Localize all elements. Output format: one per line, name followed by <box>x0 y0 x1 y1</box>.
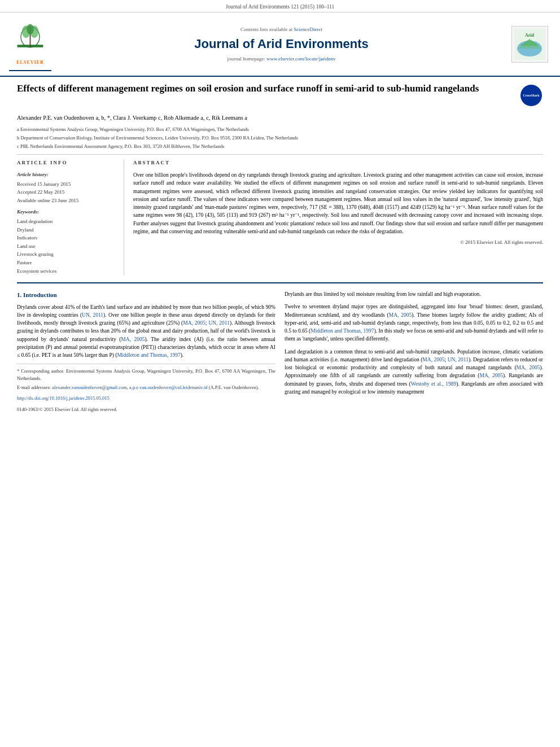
science-direct-anchor[interactable]: ScienceDirect <box>294 27 322 32</box>
body-columns: 1. Introduction Drylands cover about 41%… <box>17 290 543 418</box>
section-divider <box>17 282 543 283</box>
affiliation-c: c PBL Netherlands Environmental Assessme… <box>17 143 543 150</box>
crossmark-badge: CrossMark <box>520 85 543 106</box>
available-date: Available online 23 June 2015 <box>17 197 116 204</box>
doi-link-text: http://dx.doi.org/10.1016/j.jaridenv.201… <box>17 395 275 402</box>
affiliation-a: a Environmental Systems Analysis Group, … <box>17 126 543 133</box>
intro-heading: 1. Introduction <box>17 290 275 300</box>
journal-citation-text: Journal of Arid Environments 121 (2015) … <box>226 4 334 10</box>
elsevier-logo: ELSEVIER <box>9 17 51 71</box>
affiliations: a Environmental Systems Analysis Group, … <box>17 126 543 150</box>
keyword-2: Dryland <box>17 226 116 234</box>
article-title: Effects of different management regimes … <box>17 82 515 95</box>
footnote-section: * Corresponding author. Environmental Sy… <box>17 364 275 391</box>
issn-text: 0140-1963/© 2015 Elsevier Ltd. All right… <box>17 406 275 413</box>
authors: Alexander P.E. van Oudenhoven a, b, *, C… <box>17 114 543 123</box>
keyword-6: Pasture <box>17 259 116 267</box>
divider-line <box>17 154 543 155</box>
article-history-label: Article history: <box>17 171 116 178</box>
keyword-7: Ecosystem services <box>17 268 116 275</box>
received-date: Received 15 January 2015 <box>17 181 116 188</box>
affiliation-b: b Department of Conservation Biology, In… <box>17 134 543 142</box>
elsevier-tree-icon <box>15 21 46 53</box>
journal-center: Contents lists available at ScienceDirec… <box>57 26 506 62</box>
journal-header: ELSEVIER Contents lists available at Sci… <box>0 12 560 77</box>
article-title-section: Effects of different management regimes … <box>17 82 543 110</box>
keyword-4: Land use <box>17 243 116 250</box>
arid-logo: Arid <box>511 26 551 63</box>
email-addresses: E-mail addresses: alexander.vanoudenhove… <box>17 384 275 391</box>
keywords-list: Land degradation Dryland Indicators Land… <box>17 218 116 274</box>
journal-homepage-link[interactable]: www.elsevier.com/locate/jaridenv <box>266 56 335 62</box>
body-right-column: Drylands are thus limited by soil moistu… <box>285 290 543 418</box>
article-info-abstract: ARTICLE INFO Article history: Received 1… <box>17 159 543 276</box>
corresponding-author-note: * Corresponding author. Environmental Sy… <box>17 368 275 382</box>
elsevier-brand-text: ELSEVIER <box>16 59 43 65</box>
journal-citation: Journal of Arid Environments 121 (2015) … <box>0 0 560 12</box>
journal-homepage: journal homepage: www.elsevier.com/locat… <box>57 55 506 63</box>
keywords-section: Keywords: Land degradation Dryland Indic… <box>17 208 116 274</box>
keyword-5: Livestock grazing <box>17 251 116 258</box>
main-content: Effects of different management regimes … <box>0 77 560 423</box>
keywords-label: Keywords: <box>17 208 116 216</box>
email-link-1[interactable]: alexander.vanoudenhoven@gmail.com <box>52 385 126 390</box>
keyword-1: Land degradation <box>17 218 116 225</box>
keyword-3: Indicators <box>17 234 116 242</box>
science-direct-link: Contents lists available at ScienceDirec… <box>57 26 506 33</box>
intro-para-right-2: Twelve to seventeen dryland major types … <box>285 303 543 343</box>
body-left-column: 1. Introduction Drylands cover about 41%… <box>17 290 275 418</box>
crossmark-icon: CrossMark <box>520 85 542 106</box>
article-info-title: ARTICLE INFO <box>17 159 116 167</box>
intro-para-1: Drylands cover about 41% of the Earth's … <box>17 303 275 360</box>
intro-para-right-3: Land degradation is a common threat to s… <box>285 348 543 396</box>
copyright-notice: © 2015 Elsevier Ltd. All rights reserved… <box>133 239 543 246</box>
doi-section: http://dx.doi.org/10.1016/j.jaridenv.201… <box>17 395 275 414</box>
accepted-date: Accepted 22 May 2015 <box>17 189 116 196</box>
abstract-section: ABSTRACT Over one billion people's livel… <box>133 159 543 276</box>
arid-logo-icon: Arid <box>514 29 545 60</box>
email-link-2[interactable]: a.p.e.van.oudenhoven@cnl.leidenuniv.nl <box>129 385 208 390</box>
abstract-title: ABSTRACT <box>133 159 543 167</box>
intro-para-right-1: Drylands are thus limited by soil moistu… <box>285 290 543 298</box>
svg-text:Arid: Arid <box>525 33 535 38</box>
arid-logo-box: Arid <box>511 26 548 63</box>
doi-link[interactable]: http://dx.doi.org/10.1016/j.jaridenv.201… <box>17 395 110 401</box>
svg-point-5 <box>27 24 34 34</box>
journal-title: Journal of Arid Environments <box>57 36 506 53</box>
abstract-text: Over one billion people's livelihoods de… <box>133 171 543 235</box>
authors-text: Alexander P.E. van Oudenhoven a, b, *, C… <box>17 115 247 121</box>
article-info-column: ARTICLE INFO Article history: Received 1… <box>17 159 124 276</box>
